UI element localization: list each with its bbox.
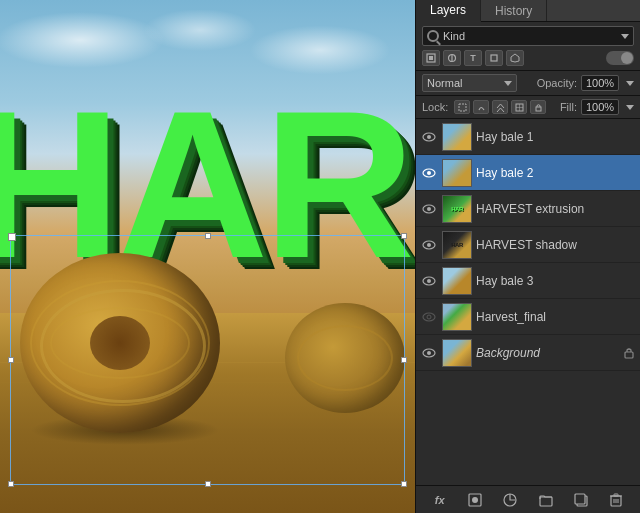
lock-all-icon[interactable] [530,100,546,114]
svg-rect-5 [459,104,466,111]
lock-label: Lock: [422,101,448,113]
svg-rect-24 [625,352,633,358]
hay-bale-back [285,303,405,413]
layer-item-hay-bale-1[interactable]: Hay bale 1 [416,119,640,155]
layer-toolbar: fx [416,485,640,513]
layer-item-harvest-shadow[interactable]: HAR HARVEST shadow [416,227,640,263]
new-group-button[interactable] [536,490,556,510]
search-row: Kind [422,26,634,46]
lock-transparency-icon[interactable] [454,100,470,114]
layer-name-background: Background [476,346,618,360]
svg-rect-28 [540,497,552,506]
svg-rect-33 [614,494,618,496]
svg-rect-30 [575,494,585,504]
svg-point-13 [427,171,431,175]
layer-thumb-harvest-shadow: HAR [442,231,472,259]
svg-point-11 [427,135,431,139]
layer-visibility-harvest-extrusion[interactable] [420,200,438,218]
fill-input[interactable]: 100% [581,99,619,115]
lock-icons [454,100,546,114]
add-adjustment-button[interactable] [500,490,520,510]
layer-visibility-hay-bale-1[interactable] [420,128,438,146]
layers-panel: Layers History Kind [415,0,640,513]
layer-item-background[interactable]: Background [416,335,640,371]
lock-position-icon[interactable] [492,100,508,114]
layer-name-harvest-shadow: HARVEST shadow [476,238,636,252]
lock-fill-row: Lock: [416,96,640,119]
lock-artboard-icon[interactable] [511,100,527,114]
svg-rect-4 [491,55,497,61]
opacity-label: Opacity: [537,77,577,89]
filter-text-icon[interactable]: T [464,50,482,66]
layer-name-harvest-final: Harvest_final [476,310,636,324]
opacity-chevron [626,81,634,86]
har-text: HAR [0,80,410,290]
svg-point-17 [427,243,431,247]
layer-locked-background [622,346,636,360]
filter-icon-row: T [422,50,634,66]
svg-point-26 [472,497,478,503]
filter-kind-label: Kind [443,30,618,42]
delete-layer-button[interactable] [606,490,626,510]
layer-name-hay-bale-3: Hay bale 3 [476,274,636,288]
layer-filter-controls: Kind T [416,22,640,71]
filter-toggle[interactable] [606,51,634,65]
layer-item-harvest-extrusion[interactable]: HAR HARVEST extrusion [416,191,640,227]
filter-smart-icon[interactable] [506,50,524,66]
filter-pixel-icon[interactable] [422,50,440,66]
lock-paint-icon[interactable] [473,100,489,114]
svg-point-20 [423,313,435,321]
blend-mode-dropdown[interactable]: Normal [422,74,517,92]
layer-thumb-background [442,339,472,367]
svg-point-21 [427,315,431,319]
blend-opacity-row: Normal Opacity: 100% [416,71,640,96]
layer-visibility-harvest-shadow[interactable] [420,236,438,254]
layer-visibility-hay-bale-2[interactable] [420,164,438,182]
svg-point-23 [427,351,431,355]
layer-thumb-harvest-final [442,303,472,331]
tab-history[interactable]: History [481,0,547,21]
layer-thumb-hay-bale-2 [442,159,472,187]
filter-shape-icon[interactable] [485,50,503,66]
kind-dropdown-chevron[interactable] [621,34,629,39]
add-mask-button[interactable] [465,490,485,510]
svg-rect-1 [429,56,433,60]
layer-name-hay-bale-1: Hay bale 1 [476,130,636,144]
layer-item-harvest-final[interactable]: Harvest_final [416,299,640,335]
layer-fx-button[interactable]: fx [430,490,450,510]
layer-visibility-harvest-final[interactable] [420,308,438,326]
layer-name-hay-bale-2: Hay bale 2 [476,166,636,180]
layers-list: Hay bale 1 Hay bale 2 [416,119,640,485]
opacity-input[interactable]: 100% [581,75,619,91]
layer-name-harvest-extrusion: HARVEST extrusion [476,202,636,216]
layer-thumb-hay-bale-3 [442,267,472,295]
layer-visibility-hay-bale-3[interactable] [420,272,438,290]
layer-thumb-hay-bale-1 [442,123,472,151]
canvas-area: HAR [0,0,415,513]
tab-layers[interactable]: Layers [416,0,481,22]
filter-adjust-icon[interactable] [443,50,461,66]
panel-tabs: Layers History [416,0,640,22]
svg-point-19 [427,279,431,283]
layer-item-hay-bale-2[interactable]: Hay bale 2 [416,155,640,191]
layer-visibility-background[interactable] [420,344,438,362]
search-icon [427,30,439,42]
fill-label: Fill: [560,101,577,113]
layer-thumb-harvest-extrusion: HAR [442,195,472,223]
layer-item-hay-bale-3[interactable]: Hay bale 3 [416,263,640,299]
fill-chevron [626,105,634,110]
blend-chevron [504,81,512,86]
hay-bale-front [20,253,220,433]
svg-rect-9 [536,107,541,111]
svg-point-15 [427,207,431,211]
new-layer-button[interactable] [571,490,591,510]
